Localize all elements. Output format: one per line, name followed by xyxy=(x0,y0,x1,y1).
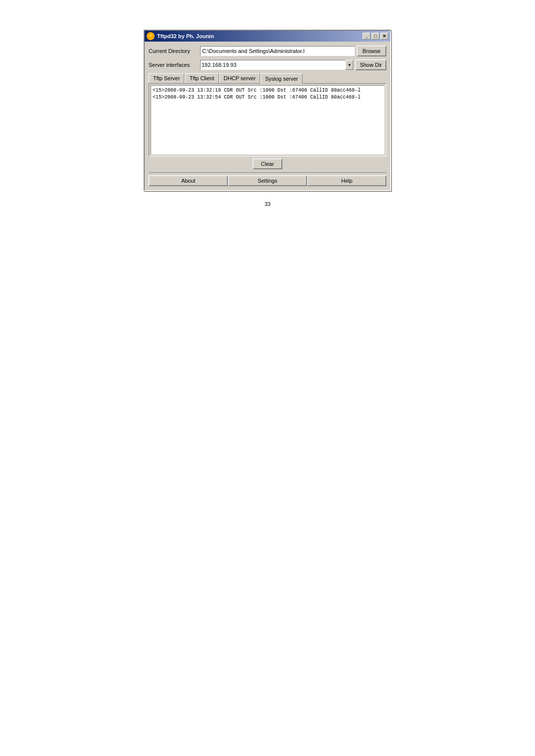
tab-tftp-server[interactable]: Tftp Server xyxy=(149,73,184,83)
window-title: Tftpd32 by Ph. Jounin xyxy=(157,33,214,39)
title-bar-left: 🔑 Tftpd32 by Ph. Jounin xyxy=(147,32,214,40)
main-window: 🔑 Tftpd32 by Ph. Jounin _ □ ✕ Current Di… xyxy=(144,30,391,191)
clear-button[interactable]: Clear xyxy=(253,158,282,169)
server-interfaces-row: Server interfaces 192.168.19.93 ▼ Show D… xyxy=(149,59,386,70)
window-controls: _ □ ✕ xyxy=(363,33,388,40)
log-area[interactable]: <15>2008-09-23 13:32:19 CDR OUT Src :100… xyxy=(151,85,384,154)
tab-content-border: <15>2008-09-23 13:32:19 CDR OUT Src :100… xyxy=(149,83,386,156)
tab-dhcp-server[interactable]: DHCP server xyxy=(219,73,261,83)
minimize-button[interactable]: _ xyxy=(363,33,371,40)
clear-row: Clear xyxy=(149,158,386,169)
server-interfaces-select[interactable]: 192.168.19.93 xyxy=(200,60,353,70)
server-interfaces-label: Server interfaces xyxy=(149,62,198,68)
restore-button[interactable]: □ xyxy=(372,33,379,40)
tab-syslog-server[interactable]: Syslog server xyxy=(261,73,303,84)
browse-button[interactable]: Browse xyxy=(357,46,386,56)
title-bar: 🔑 Tftpd32 by Ph. Jounin _ □ ✕ xyxy=(145,31,390,42)
log-entry-2: <15>2008-09-23 13:32:54 CDR OUT Src :100… xyxy=(153,94,382,101)
help-button[interactable]: Help xyxy=(307,175,386,186)
current-directory-label: Current Directory xyxy=(149,48,198,54)
page-number: 33 xyxy=(265,201,270,207)
bottom-section: Clear About Settings Help xyxy=(149,158,386,186)
app-icon: 🔑 xyxy=(147,32,155,40)
settings-button[interactable]: Settings xyxy=(228,175,307,186)
tabs-bar: Tftp Server Tftp Client DHCP server Sysl… xyxy=(149,73,386,83)
tab-tftp-client[interactable]: Tftp Client xyxy=(185,73,218,83)
log-entry-1: <15>2008-09-23 13:32:19 CDR OUT Src :100… xyxy=(153,87,382,94)
current-directory-input[interactable] xyxy=(200,46,355,56)
current-directory-row: Current Directory Browse xyxy=(149,46,386,56)
server-interfaces-dropdown-wrapper: 192.168.19.93 ▼ xyxy=(200,60,353,70)
footer-bar: About Settings Help xyxy=(149,172,386,186)
about-button[interactable]: About xyxy=(149,175,228,186)
show-dir-button[interactable]: Show Dir xyxy=(355,59,386,70)
window-content: Current Directory Browse Server interfac… xyxy=(145,42,390,190)
close-button[interactable]: ✕ xyxy=(380,33,388,40)
